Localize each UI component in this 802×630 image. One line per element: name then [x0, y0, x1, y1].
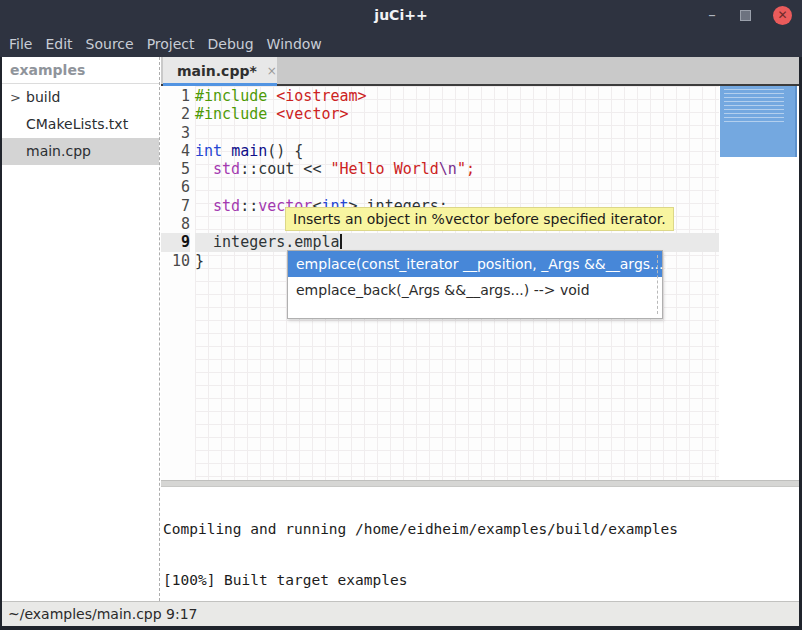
minimap-overview[interactable]	[720, 86, 797, 157]
tab-label: main.cpp*	[177, 63, 257, 79]
file-label: main.cpp	[2, 143, 91, 159]
sidebar-splitter[interactable]	[159, 57, 160, 601]
code-line	[195, 178, 719, 196]
autocomplete-scrollbar[interactable]	[657, 255, 658, 314]
autocomplete-item[interactable]: emplace_back(_Args &&__args...) --> void	[288, 277, 662, 303]
folder-label: build	[26, 89, 60, 105]
window-border-bottom	[0, 626, 802, 630]
token	[267, 87, 276, 105]
line-number: 10	[161, 252, 190, 270]
menu-file[interactable]: File	[9, 36, 32, 52]
menu-edit[interactable]: Edit	[45, 36, 72, 52]
statusbar-file-position: ~/examples/main.cpp 9:17	[8, 606, 198, 622]
token: std	[213, 160, 240, 178]
token: int	[195, 142, 222, 160]
token: #include	[195, 87, 267, 105]
tab-main-cpp[interactable]: main.cpp* ×	[163, 57, 277, 84]
code-line: int main() {	[195, 142, 719, 160]
token: <vector>	[276, 105, 348, 123]
token: ";	[457, 160, 475, 178]
token	[195, 197, 213, 215]
minimap-code-lines	[724, 89, 784, 123]
line-number: 5	[161, 160, 190, 178]
line-number: 2	[161, 105, 190, 123]
token: integers.empla	[195, 233, 340, 251]
token: main	[231, 142, 267, 160]
minimize-button[interactable]: –	[706, 10, 718, 20]
terminal-line: [100%] Built target examples	[163, 572, 799, 589]
project-name-header: examples	[2, 57, 159, 84]
token: ::	[240, 197, 258, 215]
menubar: File Edit Source Project Debug Window	[0, 30, 802, 57]
file-tree-panel: examples >build CMakeLists.txt main.cpp	[2, 57, 159, 601]
line-number: 7	[161, 197, 190, 215]
line-number: 1	[161, 87, 190, 105]
token: <iostream>	[276, 87, 366, 105]
window-border-left	[0, 57, 2, 626]
line-number: 6	[161, 178, 190, 196]
file-label: CMakeLists.txt	[2, 116, 128, 132]
code-line-current: integers.empla	[195, 233, 719, 251]
chevron-right-icon[interactable]: >	[10, 84, 26, 111]
token	[195, 160, 213, 178]
autocomplete-padding	[288, 303, 662, 318]
token: }	[195, 252, 204, 270]
code-line: std::cout << "Hello World\n";	[195, 160, 719, 178]
tabbar: main.cpp* ×	[161, 57, 799, 86]
menu-debug[interactable]: Debug	[208, 36, 254, 52]
window-controls: – ✕	[706, 0, 792, 30]
token: \n	[439, 160, 457, 178]
token	[222, 142, 231, 160]
line-number: 8	[161, 215, 190, 233]
code-line	[195, 124, 719, 142]
menu-project[interactable]: Project	[147, 36, 195, 52]
sidebar-item-main-cpp[interactable]: main.cpp	[2, 138, 159, 165]
line-number-gutter: 1 2 3 4 5 6 7 8 9 10	[161, 86, 195, 480]
tab-close-icon[interactable]: ×	[267, 64, 277, 78]
code-line: #include <vector>	[195, 105, 719, 123]
token: cout	[258, 160, 294, 178]
window-title: juCi++	[0, 0, 802, 30]
statusbar: ~/examples/main.cpp 9:17	[0, 601, 802, 626]
autocomplete-popup: emplace(const_iterator __position, _Args…	[287, 250, 663, 319]
sidebar-item-cmakelists[interactable]: CMakeLists.txt	[2, 111, 159, 138]
line-number: 3	[161, 124, 190, 142]
token: std	[213, 197, 240, 215]
doc-tooltip: Inserts an object in %vector before spec…	[285, 207, 674, 231]
line-number-current: 9	[161, 233, 190, 251]
line-number: 4	[161, 142, 190, 160]
text-cursor	[340, 234, 342, 249]
titlebar[interactable]: juCi++ – ✕	[0, 0, 802, 30]
menu-source[interactable]: Source	[86, 36, 134, 52]
token	[267, 105, 276, 123]
token: #include	[195, 105, 267, 123]
terminal-splitter[interactable]	[161, 480, 799, 487]
token: ::	[240, 160, 258, 178]
autocomplete-item-selected[interactable]: emplace(const_iterator __position, _Args…	[288, 251, 662, 277]
app-window: juCi++ – ✕ File Edit Source Project Debu…	[0, 0, 802, 630]
token: <<	[294, 160, 330, 178]
token: "Hello World	[330, 160, 438, 178]
terminal-output[interactable]: Compiling and running /home/eidheim/exam…	[161, 487, 799, 601]
close-button[interactable]: ✕	[773, 6, 792, 25]
code-line: #include <iostream>	[195, 87, 719, 105]
terminal-line: Compiling and running /home/eidheim/exam…	[163, 521, 799, 538]
token: () {	[267, 142, 303, 160]
restore-icon[interactable]	[740, 10, 751, 21]
sidebar-item-build[interactable]: >build	[2, 84, 159, 111]
menu-window[interactable]: Window	[267, 36, 322, 52]
